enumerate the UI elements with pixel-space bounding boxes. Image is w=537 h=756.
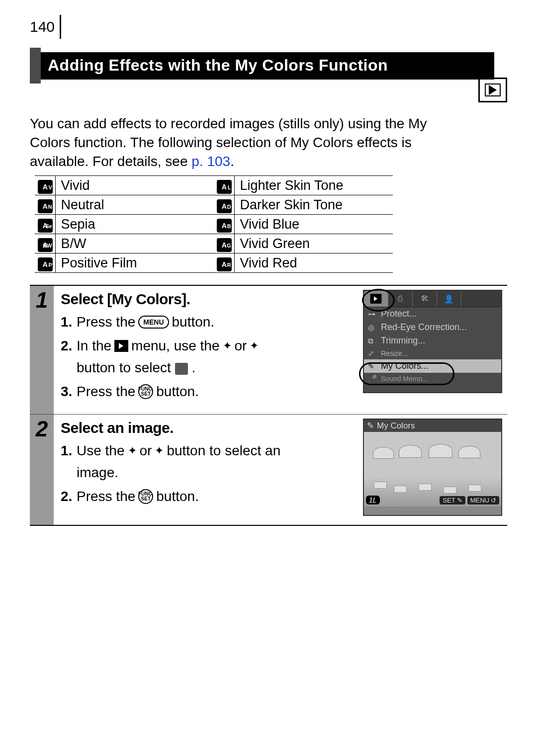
page-number: 140	[30, 15, 61, 39]
menu-button-icon: MENU	[138, 316, 169, 329]
effect-icon-vivid-blue: AB	[217, 219, 232, 233]
effect-icon-bw: ABW	[38, 238, 53, 252]
effect-icon-darker-skin: AD	[217, 199, 232, 213]
menu-item-protect[interactable]: ⊶Protect...	[364, 307, 501, 321]
step-number: 1	[30, 286, 54, 414]
instruction: 2. Press the FUNC. SET button.	[61, 486, 353, 507]
instruction: 1. Use the ✦ or ✦ button to select an im…	[61, 440, 353, 483]
intro-paragraph: You can add effects to recorded images (…	[30, 114, 507, 170]
step-2: 2 Select an image. 1. Use the ✦ or ✦ but…	[30, 414, 507, 525]
table-row: AN Neutral AD Darker Skin Tone	[35, 195, 393, 215]
effects-table: AV Vivid AL Lighter Skin Tone AN Neutral…	[35, 175, 393, 273]
page-link-103[interactable]: p. 103	[191, 154, 230, 169]
size-badge: 1L	[366, 496, 380, 504]
instruction: 2. In the menu, use the ✦ or ✦ button to…	[61, 336, 353, 378]
menu-item-soundmemo[interactable]: 🎤Sound Memo...	[364, 373, 501, 385]
print-tab[interactable]: ⎙	[388, 291, 413, 307]
playback-mode-icon	[478, 78, 507, 102]
effect-icon-vivid-green: AG	[217, 238, 232, 252]
screen-header: ✎My Colors	[364, 420, 501, 432]
table-row: ABW B/W AG Vivid Green	[35, 234, 393, 253]
down-arrow-icon: ✦	[250, 340, 259, 351]
steps-container: 1 Select [My Colors]. 1. Press the MENU …	[30, 285, 507, 526]
func-set-button-icon: FUNC. SET	[138, 384, 153, 399]
menu-item-resize[interactable]: ⤢Resize...	[364, 347, 501, 359]
menu-item-trimming[interactable]: ⧉Trimming...	[364, 334, 501, 347]
effect-icon-neutral: AN	[38, 199, 53, 213]
settings-tab[interactable]: 🛠	[413, 291, 437, 307]
effect-icon-vivid-red: AR	[217, 257, 232, 271]
page: 140 Adding Effects with the My Colors Fu…	[0, 0, 537, 546]
effect-icon-lighter-skin: AL	[217, 180, 232, 194]
play-icon	[485, 84, 501, 96]
up-arrow-icon: ✦	[223, 340, 232, 351]
menu-item-redeye[interactable]: ◎Red-Eye Correction...	[364, 321, 501, 334]
mycolors-icon	[175, 363, 188, 375]
section-title: Adding Effects with the My Colors Functi…	[41, 52, 494, 80]
effect-icon-sepia: ASe	[38, 219, 53, 233]
playback-menu-icon	[114, 340, 128, 352]
playback-tab[interactable]	[364, 291, 388, 307]
instruction: 1. Press the MENU button.	[61, 312, 353, 333]
func-set-button-icon: FUNC. SET	[138, 489, 153, 504]
table-row: ASe Sepia AB Vivid Blue	[35, 215, 393, 234]
effect-label: Lighter Skin Tone	[235, 176, 393, 195]
instruction: 3. Press the FUNC. SET button.	[61, 381, 353, 402]
table-row: AV Vivid AL Lighter Skin Tone	[35, 176, 393, 195]
beach-photo: 1L SET✎ MENU↺	[364, 432, 501, 506]
menu-indicator: MENU↺	[467, 496, 499, 504]
step-title: Select [My Colors].	[61, 291, 353, 308]
left-arrow-icon: ✦	[128, 445, 137, 456]
effect-icon-positive-film: AP	[38, 257, 53, 271]
camera-image-screenshot: ✎My Colors 1L SET✎	[363, 419, 502, 516]
section-title-wrap: Adding Effects with the My Colors Functi…	[30, 48, 507, 84]
set-indicator: SET✎	[440, 496, 465, 504]
menu-item-mycolors[interactable]: ✎My Colors...	[364, 359, 501, 373]
right-arrow-icon: ✦	[155, 445, 164, 456]
step-number: 2	[30, 415, 54, 525]
step-1: 1 Select [My Colors]. 1. Press the MENU …	[30, 286, 507, 414]
step-title: Select an image.	[61, 420, 353, 436]
mycamera-tab[interactable]: 👤	[437, 291, 461, 307]
table-row: AP Positive Film AR Vivid Red	[35, 253, 393, 273]
title-accent-bar	[30, 48, 41, 84]
menu-tab-bar: ⎙ 🛠 👤	[364, 291, 501, 307]
effect-label: Vivid	[56, 176, 214, 195]
effect-icon-vivid: AV	[38, 180, 53, 194]
camera-menu-screenshot: ⎙ 🛠 👤 ⊶Protect... ◎Red-Eye Correction...…	[363, 290, 502, 393]
